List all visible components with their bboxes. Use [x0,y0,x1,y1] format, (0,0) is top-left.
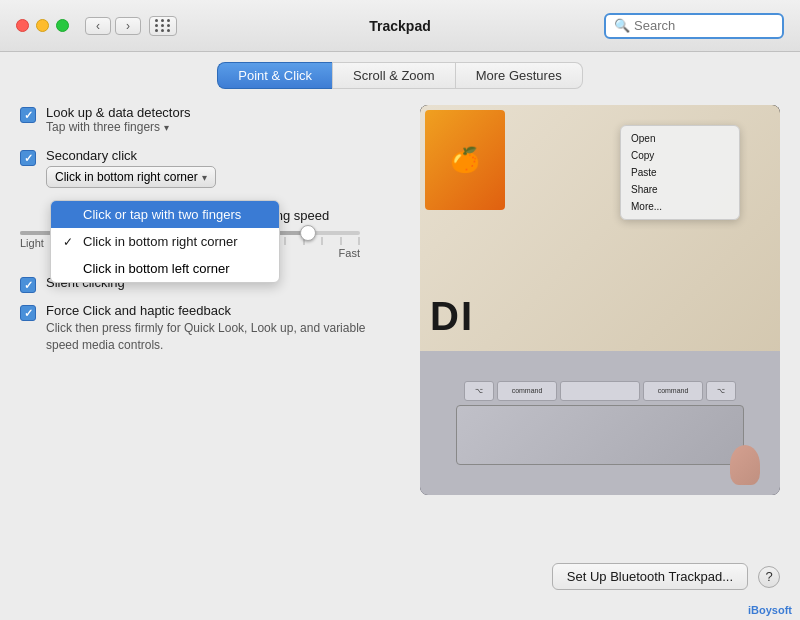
finger-hint [730,445,760,485]
tab-point-click[interactable]: Point & Click [217,62,332,89]
silent-clicking-checkbox[interactable] [20,277,36,293]
keyboard-row-1: ⌥ command command ⌥ [438,381,762,401]
help-button[interactable]: ? [758,566,780,588]
lookup-arrow-icon: ▾ [164,122,169,133]
maximize-button[interactable] [56,19,69,32]
main-content: Look up & data detectors Tap with three … [0,97,800,553]
traffic-lights [16,19,69,32]
key-command-r: command [643,381,703,401]
lookup-checkbox[interactable] [20,107,36,123]
right-panel: 🍊 DI Open Copy Paste Share More... ⌥ [420,97,780,553]
titlebar: ‹ › Trackpad 🔍 [0,0,800,52]
nav-buttons: ‹ › [85,17,141,35]
secondary-click-title: Secondary click [46,148,216,163]
dropdown-item-bottom-left[interactable]: Click in bottom left corner [51,255,279,282]
context-menu-item: Copy [621,147,739,164]
watermark: iBoysoft [748,604,792,616]
grid-icon [155,19,171,32]
trackpad-surface [456,405,744,465]
lookup-setting-row: Look up & data detectors Tap with three … [20,105,400,134]
close-button[interactable] [16,19,29,32]
minimize-button[interactable] [36,19,49,32]
context-menu-item: Share [621,181,739,198]
lookup-subtitle[interactable]: Tap with three fingers ▾ [46,120,191,134]
left-panel: Look up & data detectors Tap with three … [20,97,400,553]
search-input[interactable] [634,18,774,33]
lookup-title: Look up & data detectors [46,105,191,120]
grid-button[interactable] [149,16,177,36]
forward-button[interactable]: › [115,17,141,35]
dropdown-item-two-fingers[interactable]: Click or tap with two fingers [51,201,279,228]
fruit-image: 🍊 [425,110,505,210]
keyboard-area: ⌥ command command ⌥ [420,351,780,495]
force-click-row: Force Click and haptic feedback Click th… [20,303,400,354]
dropdown-item-bottom-right[interactable]: ✓ Click in bottom right corner [51,228,279,255]
key: ⌥ [464,381,494,401]
lookup-text: Look up & data detectors Tap with three … [46,105,191,134]
force-click-checkbox[interactable] [20,305,36,321]
tab-more-gestures[interactable]: More Gestures [456,62,583,89]
window-title: Trackpad [369,18,430,34]
secondary-click-checkbox[interactable] [20,150,36,166]
key-option-r: ⌥ [706,381,736,401]
setup-bluetooth-button[interactable]: Set Up Bluetooth Trackpad... [552,563,748,590]
force-click-description: Click then press firmly for Quick Look, … [46,320,386,354]
click-min-label: Light [20,237,44,249]
tracking-thumb[interactable] [300,225,316,241]
secondary-click-menu: Click or tap with two fingers ✓ Click in… [50,200,280,283]
context-menu-item: More... [621,198,739,215]
secondary-click-text: Secondary click Click in bottom right co… [46,148,216,188]
search-icon: 🔍 [614,18,630,33]
context-menu-item: Open [621,130,739,147]
context-menu: Open Copy Paste Share More... [620,125,740,220]
tracking-max-label: Fast [339,247,360,259]
secondary-click-row: Secondary click Click in bottom right co… [20,148,400,188]
secondary-click-dropdown[interactable]: Click in bottom right corner ▾ [46,166,216,188]
trackpad-image: 🍊 DI Open Copy Paste Share More... ⌥ [420,105,780,495]
back-button[interactable]: ‹ [85,17,111,35]
big-text: DI [430,294,474,339]
tabbar: Point & Click Scroll & Zoom More Gesture… [0,52,800,97]
key-space [560,381,640,401]
key-command: command [497,381,557,401]
bottom-bar: Set Up Bluetooth Trackpad... ? [0,553,800,600]
bottom-settings: Silent clicking Force Click and haptic f… [20,275,400,354]
screen-area: 🍊 DI Open Copy Paste Share More... [420,105,780,359]
dropdown-arrow-icon: ▾ [202,172,207,183]
screen-content: 🍊 DI Open Copy Paste Share More... [420,105,780,359]
search-box[interactable]: 🔍 [604,13,784,39]
force-click-text: Force Click and haptic feedback Click th… [46,303,386,354]
force-click-title: Force Click and haptic feedback [46,303,386,318]
tab-scroll-zoom[interactable]: Scroll & Zoom [332,62,456,89]
check-icon: ✓ [63,235,77,249]
context-menu-item: Paste [621,164,739,181]
dropdown-value: Click in bottom right corner [55,170,198,184]
